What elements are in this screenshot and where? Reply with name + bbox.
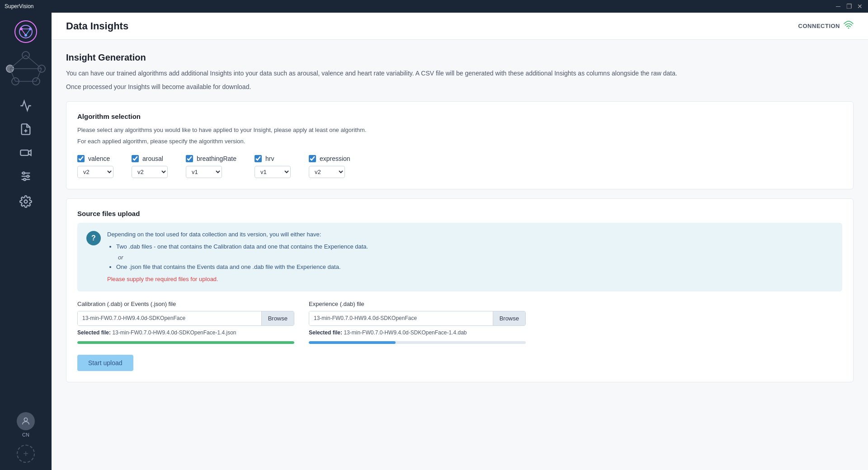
- algo-arousal-checkbox[interactable]: [132, 155, 139, 162]
- algo-valence-version-select[interactable]: v1 v2 v3: [77, 166, 113, 178]
- app-logo: [14, 20, 38, 43]
- calibration-file-input[interactable]: [78, 311, 261, 325]
- algo-arousal: arousal v1 v2 v3: [132, 155, 168, 178]
- sidebar: CN +: [0, 13, 52, 470]
- main-content: Insight Generation You can have our trai…: [52, 40, 868, 470]
- algo-arousal-version-select[interactable]: v1 v2 v3: [132, 166, 168, 178]
- algo-breathingrate-label: breathingRate: [197, 155, 236, 162]
- algo-hrv-label: hrv: [265, 155, 274, 162]
- svg-point-26: [27, 175, 29, 178]
- connection-label: CONNECTION: [798, 23, 840, 29]
- algo-valence-label: valence: [88, 155, 110, 162]
- algo-valence: valence v1 v2 v3: [77, 155, 113, 178]
- svg-point-25: [23, 172, 25, 174]
- chart-icon: [19, 99, 32, 112]
- sidebar-item-analytics[interactable]: [12, 96, 39, 116]
- experience-progress-bar-container: [309, 341, 526, 344]
- or-divider: or: [116, 253, 368, 263]
- insight-generation-desc1: You can have our trained algorithms add …: [66, 68, 854, 78]
- svg-line-7: [26, 29, 30, 35]
- file-upload-row: Calibration (.dab) or Events (.json) fil…: [77, 301, 842, 344]
- calibration-selected-info: Selected file: 13-min-FW0.7.0-HW9.4.0d-S…: [77, 329, 294, 336]
- upload-icon: [19, 123, 32, 136]
- algo-breathingrate-version-select[interactable]: v1 v2: [186, 166, 222, 178]
- experience-file-label: Experience (.dab) file: [309, 301, 526, 307]
- sidebar-item-gear[interactable]: [12, 192, 39, 212]
- insight-generation-desc2: Once processed your Insights will become…: [66, 82, 854, 92]
- calibration-progress-bar-container: [77, 341, 294, 344]
- calibration-file-label: Calibration (.dab) or Events (.json) fil…: [77, 301, 294, 307]
- experience-file-input[interactable]: [309, 311, 493, 325]
- algo-hrv-checkbox[interactable]: [255, 155, 262, 162]
- user-initials: CN: [22, 432, 29, 437]
- info-item-1: Two .dab files - one that contains the C…: [116, 242, 368, 252]
- sidebar-nav: [0, 96, 52, 186]
- experience-file-group: Experience (.dab) file Browse Selected f…: [309, 301, 526, 344]
- app-name: SuperVision: [5, 3, 34, 9]
- header-right: CONNECTION: [798, 21, 854, 31]
- restore-button[interactable]: ❐: [845, 3, 853, 10]
- sidebar-user[interactable]: CN: [17, 412, 35, 437]
- minimize-button[interactable]: ─: [835, 3, 842, 10]
- experience-selected-info: Selected file: 13-min-FW0.7.0-HW9.4.0d-S…: [309, 329, 526, 336]
- sidebar-item-settings[interactable]: [12, 166, 39, 186]
- title-bar: SuperVision ─ ❐ ✕: [0, 0, 868, 13]
- source-files-upload-title: Source files upload: [77, 210, 842, 217]
- algo-hrv-version-select[interactable]: v1 v2: [255, 166, 291, 178]
- algo-expression-label: expression: [320, 155, 350, 162]
- sidebar-item-upload[interactable]: [12, 119, 39, 139]
- svg-line-6: [21, 29, 26, 35]
- info-item-2: One .json file that contains the Events …: [116, 263, 368, 272]
- video-icon: [19, 146, 32, 159]
- algo-expression-version-select[interactable]: v1 v2 v3: [309, 166, 345, 178]
- close-button[interactable]: ✕: [856, 3, 863, 10]
- svg-point-0: [15, 21, 37, 42]
- calibration-browse-button[interactable]: Browse: [261, 311, 294, 325]
- app-header: Data Insights CONNECTION: [52, 13, 868, 40]
- calibration-file-group: Calibration (.dab) or Events (.json) fil…: [77, 301, 294, 344]
- calibration-progress-bar: [77, 341, 294, 344]
- experience-selected-label: Selected file:: [309, 329, 342, 336]
- svg-point-27: [24, 179, 26, 181]
- svg-rect-21: [20, 150, 28, 155]
- node-graph-decoration: [5, 51, 46, 87]
- svg-line-14: [26, 55, 42, 69]
- add-workspace-button[interactable]: +: [17, 445, 35, 463]
- algorithm-desc1: Please select any algorithms you would l…: [77, 126, 842, 135]
- algo-valence-checkbox[interactable]: [77, 155, 85, 162]
- gear-icon: [19, 195, 32, 208]
- info-text-content: Depending on the tool used for data coll…: [107, 230, 368, 284]
- experience-file-input-row: Browse: [309, 311, 526, 326]
- user-icon: [21, 416, 31, 426]
- algorithm-selection-card: Algorithm selection Please select any al…: [66, 101, 854, 189]
- source-files-info-box: ? Depending on the tool used for data co…: [77, 223, 842, 291]
- info-icon: ?: [86, 231, 101, 245]
- algo-breathingrate: breathingRate v1 v2: [186, 155, 236, 178]
- algo-arousal-label: arousal: [142, 155, 163, 162]
- wifi-icon: [844, 21, 854, 31]
- info-warning: Please supply the required files for upl…: [107, 275, 368, 284]
- experience-browse-button[interactable]: Browse: [493, 311, 525, 325]
- algo-expression-checkbox[interactable]: [309, 155, 316, 162]
- avatar: [17, 412, 35, 430]
- settings-icon: [19, 170, 32, 183]
- svg-line-13: [10, 55, 26, 69]
- algo-expression: expression v1 v2 v3: [309, 155, 350, 178]
- algorithm-desc2: For each applied algorithm, please speci…: [77, 137, 842, 146]
- source-files-upload-card: Source files upload ? Depending on the t…: [66, 198, 854, 382]
- start-upload-button[interactable]: Start upload: [77, 355, 133, 371]
- svg-point-28: [24, 200, 28, 203]
- calibration-selected-label: Selected file:: [77, 329, 111, 336]
- insight-generation-section: Insight Generation You can have our trai…: [66, 52, 854, 92]
- window-controls: ─ ❐ ✕: [835, 3, 863, 10]
- calibration-selected-file: 13-min-FW0.7.0-HW9.4.0d-SDKOpenFace-1.4.…: [112, 329, 236, 336]
- info-desc: Depending on the tool used for data coll…: [107, 231, 321, 238]
- svg-point-30: [848, 28, 849, 29]
- svg-point-29: [24, 418, 27, 421]
- algo-breathingrate-checkbox[interactable]: [186, 155, 193, 162]
- experience-progress-bar: [309, 341, 396, 344]
- experience-selected-file: 13-min-FW0.7.0-HW9.4.0d-SDKOpenFace-1.4.…: [344, 329, 467, 336]
- sidebar-item-video[interactable]: [12, 143, 39, 163]
- calibration-file-input-row: Browse: [77, 311, 294, 326]
- algorithm-selection-title: Algorithm selection: [77, 113, 842, 120]
